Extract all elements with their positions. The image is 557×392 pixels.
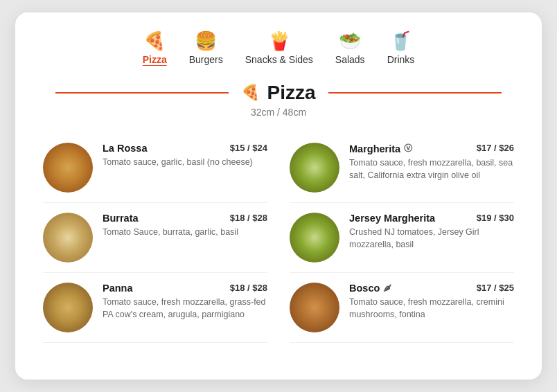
nav-item-pizza[interactable]: 🍕 Pizza xyxy=(143,32,167,65)
name-row-jersey-margherita: Jersey Margherita $19 / $30 xyxy=(349,213,514,224)
salads-nav-label: Salads xyxy=(335,54,365,65)
name-row-bosco: Bosco 🌶 $17 / $25 xyxy=(349,283,514,294)
menu-item-info-burrata: Burrata $18 / $28 Tomato Sauce, burrata,… xyxy=(103,213,267,238)
spicy-badge: 🌶 xyxy=(383,283,391,293)
pizza-nav-icon: 🍕 xyxy=(143,32,166,50)
menu-card: 🍕 Pizza 🍔 Burgers 🍟 Snacks & Sides 🥗 Sal… xyxy=(15,12,542,380)
snacks-nav-label: Snacks & Sides xyxy=(245,54,313,65)
name-row-la-rossa: La Rossa $15 / $24 xyxy=(103,143,267,154)
pizza-nav-label: Pizza xyxy=(143,54,167,65)
item-desc-panna: Tomato sauce, fresh mozzarella, grass-fe… xyxy=(103,296,267,321)
name-row-margherita: Margherita ⓥ $17 / $26 xyxy=(349,143,514,154)
menu-item-info-bosco: Bosco 🌶 $17 / $25 Tomato sauce, fresh mo… xyxy=(349,283,514,321)
drinks-nav-icon: 🥤 xyxy=(389,32,412,50)
section-pizza-icon: 🍕 xyxy=(241,84,260,102)
menu-item-la-rossa: La Rossa $15 / $24 Tomato sauce, garlic,… xyxy=(43,133,267,203)
menu-item-burrata: Burrata $18 / $28 Tomato Sauce, burrata,… xyxy=(43,203,267,273)
item-price-la-rossa: $15 / $24 xyxy=(230,143,267,153)
name-row-burrata: Burrata $18 / $28 xyxy=(103,213,267,224)
salads-nav-icon: 🥗 xyxy=(339,32,361,50)
nav-item-salads[interactable]: 🥗 Salads xyxy=(335,32,365,65)
item-desc-burrata: Tomato Sauce, burrata, garlic, basil xyxy=(103,226,267,238)
section-title-wrap: 🍕 Pizza xyxy=(241,82,315,104)
menu-item-info-panna: Panna $18 / $28 Tomato sauce, fresh mozz… xyxy=(103,283,267,321)
item-price-margherita: $17 / $26 xyxy=(477,143,514,153)
menu-item-info-margherita: Margherita ⓥ $17 / $26 Tomato sauce, fre… xyxy=(349,143,514,181)
item-name-la-rossa: La Rossa xyxy=(103,143,147,154)
pizza-image-panna xyxy=(43,283,93,332)
menu-grid: La Rossa $15 / $24 Tomato sauce, garlic,… xyxy=(43,133,514,343)
item-name-burrata: Burrata xyxy=(103,213,139,224)
nav-item-burgers[interactable]: 🍔 Burgers xyxy=(189,32,223,65)
name-row-panna: Panna $18 / $28 xyxy=(103,283,267,294)
menu-item-bosco: Bosco 🌶 $17 / $25 Tomato sauce, fresh mo… xyxy=(290,273,514,343)
drinks-nav-label: Drinks xyxy=(387,54,415,65)
burgers-nav-label: Burgers xyxy=(189,54,223,65)
menu-item-margherita: Margherita ⓥ $17 / $26 Tomato sauce, fre… xyxy=(290,133,514,203)
pizza-image-jersey-margherita xyxy=(290,213,339,262)
pizza-image-margherita xyxy=(290,143,339,193)
item-price-panna: $18 / $28 xyxy=(230,283,267,293)
item-price-bosco: $17 / $25 xyxy=(477,283,514,293)
burgers-nav-icon: 🍔 xyxy=(195,32,217,50)
item-desc-jersey-margherita: Crushed NJ tomatoes, Jersey Girl mozzare… xyxy=(349,226,514,251)
item-name-panna: Panna xyxy=(103,283,133,294)
item-name-bosco: Bosco 🌶 xyxy=(349,283,391,294)
nav-item-drinks[interactable]: 🥤 Drinks xyxy=(387,32,415,65)
menu-item-panna: Panna $18 / $28 Tomato sauce, fresh mozz… xyxy=(43,273,267,343)
item-name-margherita: Margherita ⓥ xyxy=(349,143,412,154)
item-price-burrata: $18 / $28 xyxy=(230,213,267,223)
vegan-badge: ⓥ xyxy=(404,143,412,154)
menu-item-info-la-rossa: La Rossa $15 / $24 Tomato sauce, garlic,… xyxy=(103,143,267,168)
pizza-image-la-rossa xyxy=(43,143,93,193)
menu-item-jersey-margherita: Jersey Margherita $19 / $30 Crushed NJ t… xyxy=(290,203,514,273)
menu-item-info-jersey-margherita: Jersey Margherita $19 / $30 Crushed NJ t… xyxy=(349,213,514,251)
item-price-jersey-margherita: $19 / $30 xyxy=(477,213,514,223)
section-header: 🍕 Pizza xyxy=(43,82,514,104)
pizza-image-bosco xyxy=(290,283,339,332)
item-desc-la-rossa: Tomato sauce, garlic, basil (no cheese) xyxy=(103,156,267,168)
item-name-jersey-margherita: Jersey Margherita xyxy=(349,213,435,224)
section-subtitle: 32cm / 48cm xyxy=(43,107,514,118)
nav-item-snacks[interactable]: 🍟 Snacks & Sides xyxy=(245,32,313,65)
pizza-image-burrata xyxy=(43,213,93,262)
section-title: Pizza xyxy=(267,82,315,104)
category-nav: 🍕 Pizza 🍔 Burgers 🍟 Snacks & Sides 🥗 Sal… xyxy=(43,32,514,65)
item-desc-margherita: Tomato sauce, fresh mozzarella, basil, s… xyxy=(349,157,514,181)
item-desc-bosco: Tomato sauce, fresh mozzarella, cremini … xyxy=(349,296,514,321)
snacks-nav-icon: 🍟 xyxy=(268,32,290,50)
